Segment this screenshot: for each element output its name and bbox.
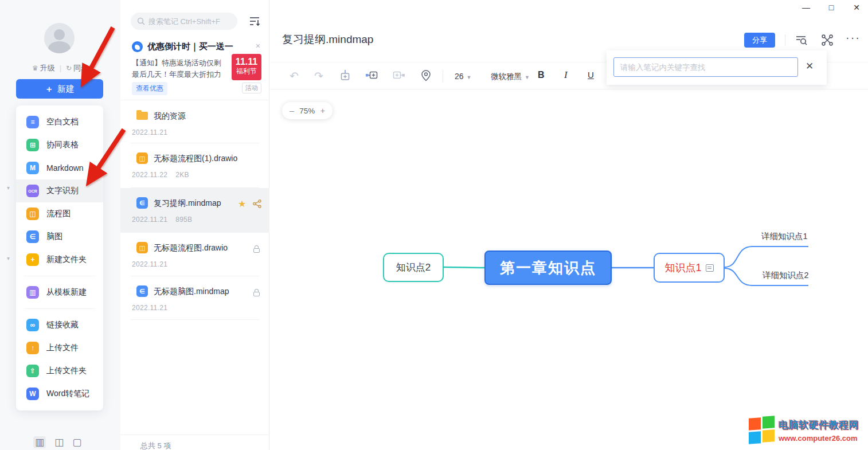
watermark-url: www.computer26.com [779,434,859,443]
new-button-label: 新建 [57,84,75,95]
mindmap-leaf-detail1[interactable]: 详细知识点1 [761,231,808,242]
mindmap-node-right[interactable]: 知识点1 [654,253,725,283]
account-row: ♛升级|↻同步 [0,63,120,73]
menu-item-label: 上传文件 [46,343,79,353]
minimize-icon[interactable]: — [800,3,812,12]
template-icon: ▥ [26,286,39,299]
divider [443,70,443,83]
divider: | [60,64,61,72]
view-three-column-icon[interactable]: ▥ [33,436,46,448]
menu-item-label: 链接收藏 [46,320,79,330]
maximize-icon[interactable]: □ [826,3,837,12]
menu-item-label: 文字识别 [46,186,79,196]
sort-icon[interactable] [248,15,261,28]
lock-icon [253,248,260,253]
watermark-site-name: 电脑软硬件教程网 [779,418,859,432]
badge-line2: 福利节 [232,66,261,76]
share-icon[interactable] [253,199,261,208]
share-button[interactable]: 分享 [744,33,775,48]
mindmap-leaf-detail2[interactable]: 详细知识点2 [763,270,809,281]
file-name: 复习提纲.mindmap [154,198,221,209]
file-row-review-outline[interactable]: ∈ 复习提纲.mindmap ★ 2022.11.21895B [120,188,269,233]
close-search-icon[interactable]: ✕ [806,60,814,72]
zoom-out-button[interactable]: – [290,106,294,115]
menu-item-word-to-note[interactable]: W Word转笔记 [16,382,103,405]
chevron-down-icon[interactable]: ▾ [7,185,10,191]
ocr-icon: OCR [26,185,39,197]
note-keyword-input[interactable] [613,57,798,77]
view-single-icon[interactable]: ▢ [72,436,81,448]
promo-banner: 优惠倒计时｜买一送一 × 【通知】特惠返场活动仅剩最后几天！年度最大折扣力度..… [120,36,269,99]
new-button[interactable]: ＋ 新建 [16,79,103,99]
file-row-untitled-mindmap[interactable]: ∈ 无标题脑图.mindmap 2022.11.21 [120,276,269,320]
font-family-value: 微软雅黑 [491,72,522,81]
blank-doc-icon: ≡ [26,116,39,128]
new-folder-icon: + [26,253,39,266]
file-date: 2022.11.21 [132,216,167,224]
star-icon[interactable]: ★ [238,198,246,209]
editor-area: — □ ✕ 复习提纲.mindmap 分享 ··· ↶ ↷ [270,0,868,450]
menu-item-label: 流程图 [46,209,71,219]
drawio-file-icon: ◫ [136,242,148,253]
note-attachment-icon[interactable] [706,264,714,272]
menu-item-label: 新建文件夹 [46,255,87,265]
avatar[interactable] [44,23,75,53]
mindmap-node-root[interactable]: 第一章知识点 [484,251,612,285]
italic-button[interactable]: I [564,69,568,81]
promo-close-icon[interactable]: × [256,41,260,50]
file-row-flowchart1[interactable]: ◫ 无标题流程图(1).drawio 2022.11.222KB [120,143,269,188]
close-icon[interactable]: ✕ [851,3,862,12]
file-row-my-resources[interactable]: 我的资源 2022.11.21 [120,101,269,143]
menu-divider [24,308,95,309]
font-family-select[interactable]: 微软雅黑▼ [491,71,530,82]
note-search-input[interactable] [148,17,234,26]
menu-item-blank-doc[interactable]: ≡ 空白文档 [16,111,103,134]
sync-link[interactable]: 同步 [73,64,88,72]
locate-pin-icon[interactable] [420,69,432,82]
note-search-box[interactable] [131,13,237,30]
file-count-label: 总共 5 项 [140,441,171,450]
menu-item-markdown[interactable]: M Markdown [16,156,103,179]
upgrade-link[interactable]: 升级 [40,64,55,72]
mindmap-node-left[interactable]: 知识点2 [383,253,444,282]
more-options-icon[interactable]: ··· [846,31,861,44]
chevron-down-icon[interactable]: ▾ [7,255,10,261]
undo-icon[interactable]: ↶ [290,69,299,83]
menu-item-new-folder[interactable]: + 新建文件夹 [16,248,103,271]
file-name: 无标题流程图(1).drawio [154,154,237,164]
font-size-select[interactable]: 26▼ [455,71,472,81]
view-two-column-icon[interactable]: ◫ [54,436,64,448]
font-size-value: 26 [455,72,464,81]
view-offer-link[interactable]: 查看优惠 [132,82,167,95]
bold-button[interactable]: B [538,70,545,80]
menu-item-from-template[interactable]: ▥ 从模板新建 [16,281,103,304]
insert-node-right-icon[interactable] [365,69,378,81]
file-list-panel: 优惠倒计时｜买一送一 × 【通知】特惠返场活动仅剩最后几天！年度最大折扣力度..… [120,0,269,450]
menu-item-flowchart[interactable]: ◫ 流程图 [16,202,103,225]
file-row-flowchart[interactable]: ◫ 无标题流程图.drawio 2022.11.21 [120,233,269,276]
node-graph-icon[interactable] [821,34,834,46]
markdown-icon: M [26,162,39,174]
insert-child-node-icon[interactable] [339,69,351,82]
menu-item-upload-folder[interactable]: ⇧ 上传文件夹 [16,359,103,382]
file-date: 2022.11.21 [132,128,167,136]
search-icon [137,17,145,25]
link-icon: ∞ [26,319,39,331]
menu-item-link-collect[interactable]: ∞ 链接收藏 [16,314,103,336]
divider [785,34,785,46]
file-date: 2022.11.21 [132,304,167,312]
underline-button[interactable]: U [588,70,594,80]
redo-icon[interactable]: ↷ [314,69,323,83]
menu-item-upload-file[interactable]: ↑ 上传文件 [16,336,103,359]
menu-item-collab-table[interactable]: ⊞ 协同表格 [16,134,103,156]
menu-item-label: Word转笔记 [46,389,89,399]
new-menu-dropdown: ≡ 空白文档 ⊞ 协同表格 M Markdown OCR 文字识别 ◫ 流程图 … [16,105,103,410]
menu-item-ocr[interactable]: OCR 文字识别 [16,179,103,202]
menu-item-mindmap[interactable]: ∈ 脑图 [16,225,103,248]
zoom-in-button[interactable]: + [320,106,325,115]
mindmap-icon: ∈ [26,230,39,243]
chevron-down-icon: ▼ [467,75,472,80]
insert-node-left-icon[interactable] [393,69,405,81]
promo-badge: 11.11 福利节 [232,54,261,80]
search-in-note-icon[interactable] [795,34,808,46]
